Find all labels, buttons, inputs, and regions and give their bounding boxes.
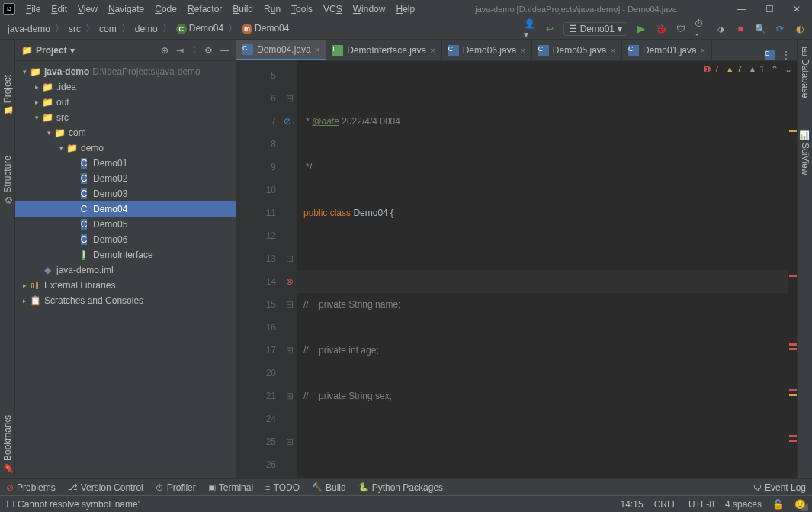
tool-tab-structure[interactable]: ⌬ Structure [1, 151, 14, 208]
search-icon[interactable]: 🔍 [754, 23, 766, 35]
tree-class[interactable]: CDemo01 [15, 156, 236, 171]
menu-code[interactable]: Code [150, 2, 181, 16]
close-tab-icon[interactable]: × [430, 46, 435, 55]
back-icon[interactable]: ↩ [544, 23, 556, 35]
sync-icon[interactable]: ⟳ [774, 23, 786, 35]
tool-tab-database[interactable]: 🗄 Database [798, 43, 812, 102]
menu-help[interactable]: Help [391, 2, 419, 16]
line-number-gutter[interactable]: 5678910111213141516172021242526 [236, 61, 282, 478]
gutter-icons[interactable]: ⊟⊘↓ ⊟⊗⊟ ⊞ ⊞ ⊟ [282, 61, 297, 478]
btab-vcs[interactable]: ⎇ Version Control [68, 482, 143, 493]
tree-interface[interactable]: IDemoInterface [15, 247, 236, 262]
close-button[interactable]: ✕ [788, 4, 806, 14]
status-time[interactable]: 14:15 [621, 499, 644, 510]
btab-todo[interactable]: ≡ TODO [265, 482, 300, 493]
menu-edit[interactable]: Edit [47, 2, 72, 16]
btab-eventlog[interactable]: 🗨 Event Log [753, 482, 806, 493]
breadcrumb-item[interactable]: CDemo04 [175, 23, 225, 34]
error-stripe[interactable] [788, 61, 797, 478]
menu-vcs[interactable]: VCS [319, 2, 347, 16]
navigation-bar: java-demo〉 src〉 com〉 demo〉 CDemo04〉 mDem… [0, 18, 812, 40]
project-panel-header: 📁 Project ▾ ⊕ ⇥ ÷ ⚙ — [15, 40, 236, 61]
close-tab-icon[interactable]: × [315, 45, 319, 54]
ide-settings-icon[interactable]: ◐ [794, 23, 806, 35]
close-tab-icon[interactable]: × [520, 46, 525, 55]
menu-navigate[interactable]: Navigate [104, 2, 149, 16]
close-tab-icon[interactable]: × [701, 46, 705, 55]
breadcrumb-item[interactable]: src [67, 24, 82, 34]
btab-build[interactable]: 🔨 Build [312, 482, 346, 493]
tree-folder-out[interactable]: ▸📁out [15, 95, 236, 110]
editor-tab[interactable]: IDemoInterface.java× [326, 40, 442, 60]
tool-tab-bookmarks[interactable]: 🔖 Bookmarks [1, 411, 14, 478]
run-button[interactable]: ▶ [635, 23, 647, 35]
menu-run[interactable]: Run [259, 2, 285, 16]
btab-terminal[interactable]: ▣ Terminal [208, 482, 253, 493]
collapse-all-icon[interactable]: ÷ [191, 45, 197, 56]
tree-class-selected[interactable]: CDemo04 [15, 201, 236, 217]
stop-button[interactable]: ■ [734, 23, 746, 35]
breadcrumb-item[interactable]: java-demo [6, 24, 52, 34]
idea-logo-icon: IJ [3, 3, 15, 15]
tool-tab-project[interactable]: 📁 Project [1, 70, 14, 121]
menu-window[interactable]: Window [348, 2, 390, 16]
status-message[interactable]: ☐ Cannot resolve symbol 'name' [6, 499, 621, 510]
editor-tab[interactable]: CDemo06.java× [442, 40, 532, 60]
code-content[interactable]: * @date 2022/4/4 0004 */ public class De… [297, 61, 788, 478]
bottom-tool-tabs: ⊘Problems ⎇ Version Control ⏱ Profiler ▣… [0, 478, 812, 495]
tree-folder-src[interactable]: ▾📁src [15, 110, 236, 125]
tree-folder-com[interactable]: ▾📁com [15, 125, 236, 140]
tree-scratches[interactable]: ▸📋Scratches and Consoles [15, 293, 236, 308]
tree-folder-idea[interactable]: ▸📁.idea [15, 79, 236, 95]
profile-button[interactable]: ⏱▾ [695, 23, 707, 35]
status-eol[interactable]: CRLF [654, 499, 678, 510]
status-readonly-icon[interactable]: 🔓 [772, 499, 784, 510]
project-view-selector[interactable]: 📁 Project ▾ [21, 45, 161, 56]
close-tab-icon[interactable]: × [611, 46, 615, 55]
tree-class[interactable]: CDemo05 [15, 217, 236, 232]
status-encoding[interactable]: UTF-8 [688, 499, 714, 510]
tree-root[interactable]: ▾📁java-demoD:\IdeaProjects\java-demo [15, 64, 236, 79]
resize-handle-icon[interactable]: ◢ [800, 500, 812, 512]
expand-all-icon[interactable]: ⇥ [176, 45, 184, 56]
maximize-button[interactable]: ☐ [760, 4, 778, 14]
btab-profiler[interactable]: ⏱ Profiler [156, 482, 196, 493]
tree-folder-demo[interactable]: ▾📁demo [15, 140, 236, 156]
debug-button[interactable]: 🐞 [655, 23, 667, 35]
tool-tab-sciview[interactable]: 📊 SciView [798, 125, 812, 179]
menu-file[interactable]: File [21, 2, 45, 16]
tab-overflow[interactable]: C ⋮ [759, 50, 797, 60]
editor-tab-active[interactable]: CDemo04.java× [236, 40, 326, 60]
code-editor[interactable]: ❶ 7 ▲ 7 ▲ 1 ⌃⌄ 5678910111213141516172021… [236, 61, 797, 478]
title-bar: IJ File Edit View Navigate Code Refactor… [0, 0, 812, 18]
inspection-widget[interactable]: ❶ 7 ▲ 7 ▲ 1 ⌃⌄ [703, 64, 792, 75]
coverage-button[interactable]: 🛡 [675, 23, 687, 35]
main-content: 📁 Project ⌬ Structure 🔖 Bookmarks 📁 Proj… [0, 40, 812, 478]
breadcrumb-item[interactable]: demo [133, 24, 159, 34]
run-config-selector[interactable]: ☰ Demo01 ▾ [563, 22, 627, 36]
tree-external-libs[interactable]: ▸⫾⫿External Libraries [15, 278, 236, 293]
status-indent[interactable]: 4 spaces [725, 499, 762, 510]
btab-python[interactable]: 🐍 Python Packages [358, 482, 443, 493]
menu-view[interactable]: View [73, 2, 102, 16]
breadcrumb-item[interactable]: com [98, 24, 118, 34]
tree-class[interactable]: CDemo06 [15, 232, 236, 247]
menu-refactor[interactable]: Refactor [183, 2, 226, 16]
tree-class[interactable]: CDemo02 [15, 171, 236, 186]
project-tree[interactable]: ▾📁java-demoD:\IdeaProjects\java-demo ▸📁.… [15, 61, 236, 478]
menu-build[interactable]: Build [228, 2, 258, 16]
btab-problems[interactable]: ⊘Problems [6, 482, 56, 493]
breadcrumb-item[interactable]: mDemo04 [240, 23, 290, 34]
editor-tab[interactable]: CDemo01.java× [622, 40, 712, 60]
minimize-button[interactable]: — [733, 4, 751, 14]
tree-class[interactable]: CDemo03 [15, 186, 236, 201]
tree-iml[interactable]: ◆java-demo.iml [15, 262, 236, 278]
add-user-icon[interactable]: 👤▾ [524, 23, 536, 35]
hide-panel-icon[interactable]: — [220, 45, 229, 56]
attach-button[interactable]: ⬗ [714, 23, 727, 35]
settings-icon[interactable]: ⚙ [204, 45, 213, 56]
window-controls: — ☐ ✕ [733, 4, 806, 14]
menu-tools[interactable]: Tools [287, 2, 317, 16]
editor-tab[interactable]: CDemo05.java× [532, 40, 622, 60]
select-opened-icon[interactable]: ⊕ [161, 45, 168, 56]
